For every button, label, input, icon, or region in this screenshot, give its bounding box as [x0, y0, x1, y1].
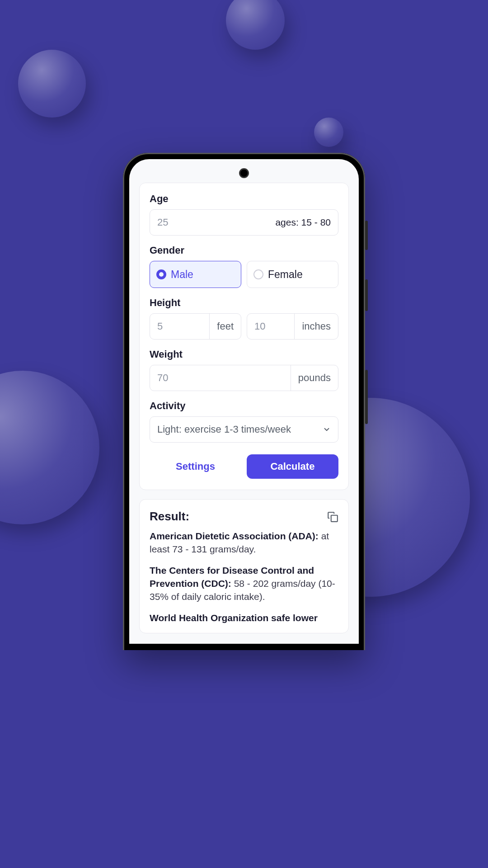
bg-sphere [314, 118, 343, 147]
gender-label: Gender [150, 245, 338, 256]
phone-side-button [365, 279, 368, 311]
height-feet-value: 5 [150, 321, 209, 332]
calculator-form-card: Age 25 ages: 15 - 80 Gender Male [139, 183, 349, 490]
result-who-label: World Health Organization safe lower [150, 613, 318, 623]
phone-frame: Age 25 ages: 15 - 80 Gender Male [123, 153, 365, 650]
age-input[interactable]: 25 ages: 15 - 80 [150, 209, 338, 236]
age-field-group: Age 25 ages: 15 - 80 [150, 193, 338, 236]
chevron-down-icon [323, 425, 331, 434]
weight-input[interactable]: 70 pounds [150, 365, 338, 391]
result-item-cdc: The Centers for Disease Control and Prev… [150, 564, 338, 604]
phone-camera [239, 168, 249, 178]
height-field-group: Height 5 feet 10 inches [150, 297, 338, 340]
form-buttons-row: Settings Calculate [150, 454, 338, 479]
height-feet-unit: feet [209, 314, 241, 339]
weight-unit: pounds [291, 365, 338, 391]
bg-sphere [18, 50, 86, 118]
gender-field-group: Gender Male Female [150, 245, 338, 288]
bg-sphere [0, 371, 99, 524]
gender-female-radio[interactable]: Female [247, 261, 338, 288]
activity-label: Activity [150, 400, 338, 412]
copy-icon[interactable] [327, 511, 338, 523]
result-item-ada: American Dietetic Association (ADA): at … [150, 530, 338, 556]
height-label: Height [150, 297, 338, 309]
phone-screen: Age 25 ages: 15 - 80 Gender Male [129, 159, 359, 644]
activity-select[interactable]: Light: exercise 1-3 times/week [150, 416, 338, 443]
bg-sphere [226, 0, 285, 50]
gender-male-label: Male [171, 269, 193, 281]
gender-female-label: Female [268, 269, 303, 281]
age-label: Age [150, 193, 338, 205]
result-ada-label: American Dietetic Association (ADA): [150, 531, 319, 541]
svg-rect-0 [331, 515, 338, 521]
calculate-button-label: Calculate [271, 461, 315, 472]
gender-male-radio[interactable]: Male [150, 261, 241, 288]
result-card: Result: American Dietetic Association (A… [139, 499, 349, 633]
weight-field-group: Weight 70 pounds [150, 349, 338, 391]
settings-button-label: Settings [176, 461, 215, 472]
activity-selected-text: Light: exercise 1-3 times/week [157, 424, 323, 435]
weight-value: 70 [150, 372, 291, 384]
phone-side-button [365, 370, 368, 424]
radio-circle-icon [156, 269, 166, 279]
age-value: 25 [157, 217, 275, 228]
height-feet-input[interactable]: 5 feet [150, 313, 241, 340]
age-hint: ages: 15 - 80 [275, 217, 331, 228]
activity-field-group: Activity Light: exercise 1-3 times/week [150, 400, 338, 443]
height-inches-value: 10 [247, 321, 294, 332]
weight-label: Weight [150, 349, 338, 360]
settings-button[interactable]: Settings [150, 454, 241, 479]
height-inches-unit: inches [294, 314, 338, 339]
phone-side-button [365, 221, 368, 250]
height-inches-input[interactable]: 10 inches [247, 313, 338, 340]
calculate-button[interactable]: Calculate [247, 454, 338, 479]
result-heading: Result: [150, 509, 189, 524]
radio-circle-icon [253, 269, 263, 279]
result-item-who: World Health Organization safe lower [150, 612, 338, 625]
